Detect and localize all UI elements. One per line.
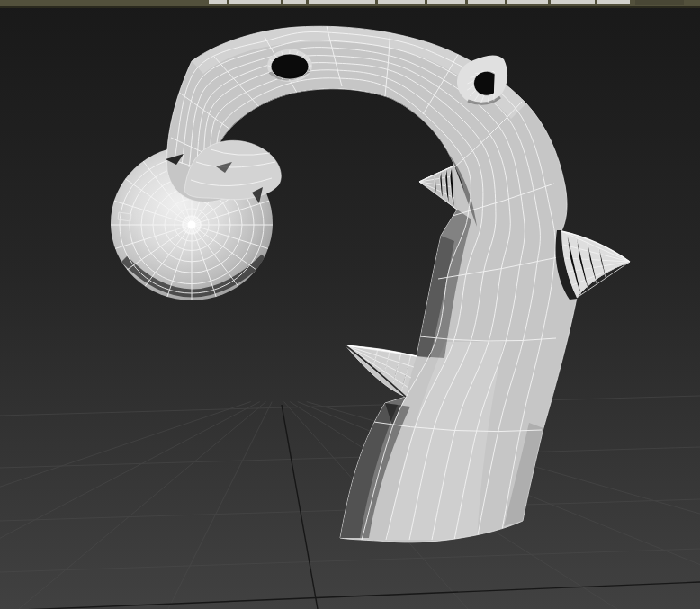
toolbar-corner-patch	[635, 0, 684, 5]
surface-bump-top[interactable]	[267, 49, 312, 82]
toolbar-button-fragment[interactable]	[378, 0, 425, 4]
toolbar-button-fragment[interactable]	[551, 0, 595, 4]
bulb-pole-dot	[188, 221, 196, 229]
toolbar-strip[interactable]	[0, 0, 700, 8]
toolbar-button-fragment[interactable]	[427, 0, 465, 4]
toolbar-button-fragment[interactable]	[597, 0, 630, 4]
toolbar-button-fragment[interactable]	[209, 0, 227, 4]
viewport-3d[interactable]	[0, 0, 700, 609]
viewport-canvas[interactable]	[0, 0, 700, 609]
toolbar-button-fragment[interactable]	[507, 0, 548, 4]
toolbar-button-fragment[interactable]	[229, 0, 281, 4]
toolbar-button-fragment[interactable]	[468, 0, 505, 4]
toolbar-button-fragment[interactable]	[309, 0, 375, 4]
toolbar-bottom-line	[0, 6, 700, 8]
toolbar-buttons[interactable]	[209, 0, 630, 4]
toolbar-button-fragment[interactable]	[283, 0, 306, 4]
bump-top-wireframe	[268, 50, 311, 81]
